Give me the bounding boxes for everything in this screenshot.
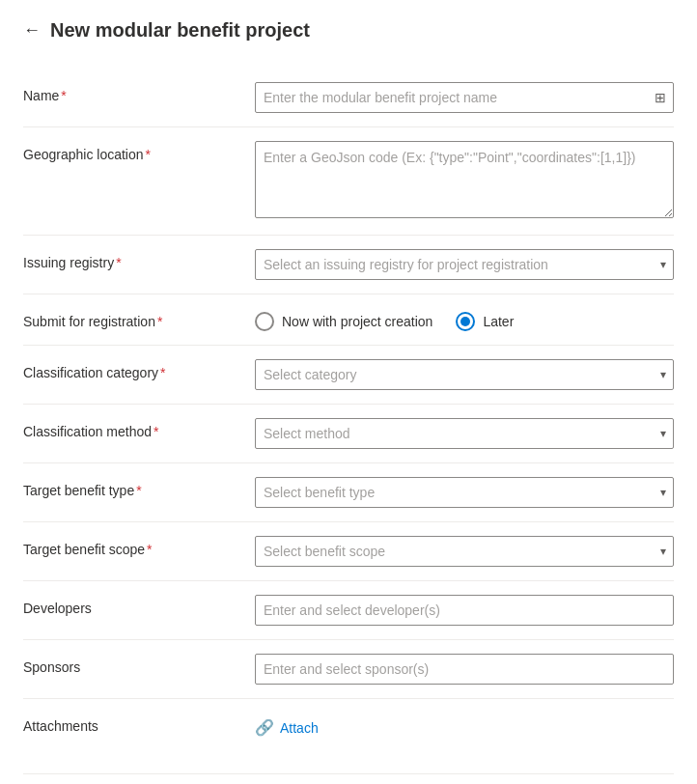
geo-field <box>255 141 674 221</box>
class-method-label: Classification method* <box>23 418 255 439</box>
benefit-type-select-wrapper: Select benefit type ▾ <box>255 477 674 508</box>
benefit-scope-select-wrapper: Select benefit scope ▾ <box>255 536 674 567</box>
radio-label-later: Later <box>483 314 514 329</box>
issuing-field: Select an issuing registry for project r… <box>255 249 674 280</box>
class-method-select-wrapper: Select method ▾ <box>255 418 674 449</box>
benefit-scope-row: Target benefit scope* Select benefit sco… <box>23 522 674 581</box>
paperclip-icon: 🔗 <box>255 718 274 737</box>
class-method-field: Select method ▾ <box>255 418 674 449</box>
attachments-field: 🔗 Attach <box>255 713 674 737</box>
page-title: New modular benefit project <box>50 19 310 42</box>
submit-field: Now with project creation Later <box>255 308 674 331</box>
footer-buttons: Create Cancel <box>23 773 674 784</box>
form-section: Name* ⊞ Geographic location* Issuing reg… <box>23 69 674 750</box>
radio-label-now: Now with project creation <box>282 314 432 329</box>
text-field-icon: ⊞ <box>655 90 666 105</box>
developers-field <box>255 595 674 626</box>
attach-button[interactable]: Attach <box>280 720 319 736</box>
developers-input[interactable] <box>255 595 674 626</box>
class-category-row: Classification category* Select category… <box>23 346 674 405</box>
name-input-wrapper: ⊞ <box>255 82 674 113</box>
benefit-type-label: Target benefit type* <box>23 477 255 498</box>
submit-row: Submit for registration* Now with projec… <box>23 294 674 346</box>
submit-label: Submit for registration* <box>23 308 255 329</box>
radio-option-now[interactable]: Now with project creation <box>255 312 432 331</box>
back-button[interactable]: ← <box>23 20 41 41</box>
geo-input[interactable] <box>255 141 674 218</box>
issuing-select-wrapper: Select an issuing registry for project r… <box>255 249 674 280</box>
sponsors-label: Sponsors <box>23 654 255 675</box>
developers-row: Developers <box>23 581 674 640</box>
submit-radio-group: Now with project creation Later <box>255 308 674 331</box>
geo-label: Geographic location* <box>23 141 255 162</box>
radio-option-later[interactable]: Later <box>456 312 514 331</box>
class-category-field: Select category ▾ <box>255 359 674 390</box>
class-category-select[interactable]: Select category <box>255 359 674 390</box>
benefit-scope-select[interactable]: Select benefit scope <box>255 536 674 567</box>
name-input[interactable] <box>255 82 674 113</box>
radio-circle-later <box>456 312 475 331</box>
attach-row: 🔗 Attach <box>255 713 674 737</box>
class-category-label: Classification category* <box>23 359 255 380</box>
developers-label: Developers <box>23 595 255 616</box>
benefit-type-field: Select benefit type ▾ <box>255 477 674 508</box>
issuing-row: Issuing registry* Select an issuing regi… <box>23 236 674 294</box>
benefit-scope-label: Target benefit scope* <box>23 536 255 557</box>
class-category-select-wrapper: Select category ▾ <box>255 359 674 390</box>
sponsors-row: Sponsors <box>23 640 674 699</box>
issuing-label: Issuing registry* <box>23 249 255 270</box>
sponsors-field <box>255 654 674 685</box>
class-method-row: Classification method* Select method ▾ <box>23 405 674 463</box>
class-method-select[interactable]: Select method <box>255 418 674 449</box>
benefit-type-row: Target benefit type* Select benefit type… <box>23 463 674 522</box>
geo-row: Geographic location* <box>23 127 674 236</box>
name-field: ⊞ <box>255 82 674 113</box>
radio-circle-now <box>255 312 274 331</box>
name-row: Name* ⊞ <box>23 69 674 127</box>
benefit-scope-field: Select benefit scope ▾ <box>255 536 674 567</box>
attachments-label: Attachments <box>23 713 255 734</box>
page-header: ← New modular benefit project <box>23 19 674 42</box>
attachments-row: Attachments 🔗 Attach <box>23 699 674 750</box>
name-label: Name* <box>23 82 255 103</box>
benefit-type-select[interactable]: Select benefit type <box>255 477 674 508</box>
sponsors-input[interactable] <box>255 654 674 685</box>
issuing-select[interactable]: Select an issuing registry for project r… <box>255 249 674 280</box>
